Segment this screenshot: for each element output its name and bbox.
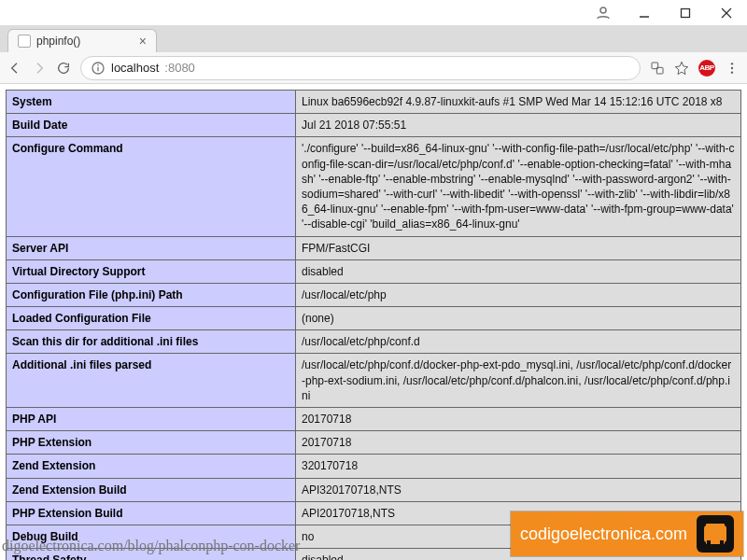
svg-point-10 — [731, 63, 733, 64]
row-key: Additional .ini files parsed — [7, 354, 296, 408]
table-row: Loaded Configuration File(none) — [7, 307, 741, 330]
favicon-icon — [18, 35, 31, 48]
table-row: Server APIFPM/FastCGI — [7, 236, 741, 259]
row-key: Zend Extension — [7, 455, 296, 478]
forward-button — [32, 61, 47, 76]
row-value: /usr/local/etc/php/conf.d/docker-php-ext… — [296, 354, 741, 408]
brand-logo-icon — [697, 515, 734, 553]
row-key: System — [7, 91, 296, 114]
row-value: 20170718 — [296, 431, 741, 455]
row-value: Linux ba6596ecb92f 4.9.87-linuxkit-aufs … — [296, 91, 741, 114]
row-value: /usr/local/etc/php — [296, 283, 741, 306]
site-info-icon[interactable] — [91, 61, 106, 76]
brand-banner: codigoelectronica.com — [511, 511, 743, 556]
table-row: Build DateJul 21 2018 07:55:51 — [7, 114, 741, 137]
table-row: Additional .ini files parsed/usr/local/e… — [7, 354, 741, 408]
svg-point-7 — [97, 63, 99, 65]
row-value: 20170718 — [296, 408, 741, 431]
svg-point-12 — [731, 71, 733, 73]
url-port: :8080 — [164, 61, 195, 75]
close-button[interactable] — [706, 0, 747, 26]
close-tab-icon[interactable]: × — [139, 34, 147, 49]
row-key: Virtual Directory Support — [7, 259, 296, 283]
url-field[interactable]: localhost:8080 — [80, 56, 641, 80]
row-key: PHP Extension Build — [7, 501, 296, 525]
brand-label: codigoelectronica.com — [520, 525, 687, 544]
page-viewport: SystemLinux ba6596ecb92f 4.9.87-linuxkit… — [0, 84, 747, 560]
row-value: './configure' '--build=x86_64-linux-gnu'… — [296, 137, 741, 236]
row-value: (none) — [296, 307, 741, 330]
user-icon[interactable] — [583, 5, 624, 21]
row-value: FPM/FastCGI — [296, 236, 741, 259]
back-button[interactable] — [7, 61, 22, 76]
row-key: Scan this dir for additional .ini files — [7, 330, 296, 354]
svg-rect-2 — [682, 8, 690, 17]
adblock-icon[interactable]: ABP — [698, 60, 715, 77]
svg-point-0 — [600, 7, 606, 13]
url-host: localhost — [111, 61, 159, 75]
row-value: 320170718 — [296, 455, 741, 478]
watermark-text: digoelectronica.com/blog/phalconphp-con-… — [2, 538, 300, 554]
row-key: Zend Extension Build — [7, 478, 296, 501]
table-row: SystemLinux ba6596ecb92f 4.9.87-linuxkit… — [7, 91, 741, 114]
minimize-button[interactable] — [624, 0, 665, 26]
row-key: PHP API — [7, 408, 296, 431]
row-value: Jul 21 2018 07:55:51 — [296, 114, 741, 137]
table-row: Zend Extension320170718 — [7, 455, 741, 478]
svg-point-11 — [731, 66, 733, 68]
table-row: Virtual Directory Supportdisabled — [7, 259, 741, 283]
bookmark-icon[interactable] — [674, 61, 689, 76]
row-value: disabled — [296, 259, 741, 283]
table-row: PHP API20170718 — [7, 408, 741, 431]
row-key: PHP Extension — [7, 431, 296, 455]
row-value: API320170718,NTS — [296, 478, 741, 501]
table-row: Zend Extension BuildAPI320170718,NTS — [7, 478, 741, 501]
row-key: Configuration File (php.ini) Path — [7, 283, 296, 306]
row-key: Loaded Configuration File — [7, 307, 296, 330]
tab-phpinfo[interactable]: phpinfo() × — [7, 29, 157, 52]
address-bar: localhost:8080 ABP — [0, 52, 747, 84]
table-row: Configuration File (php.ini) Path/usr/lo… — [7, 283, 741, 306]
row-key: Build Date — [7, 114, 296, 137]
phpinfo-table: SystemLinux ba6596ecb92f 4.9.87-linuxkit… — [6, 90, 741, 560]
row-value: /usr/local/etc/php/conf.d — [296, 330, 741, 354]
reload-button[interactable] — [56, 61, 71, 76]
tab-title: phpinfo() — [36, 35, 80, 48]
row-key: Configure Command — [7, 137, 296, 236]
row-key: Server API — [7, 236, 296, 259]
maximize-button[interactable] — [665, 0, 706, 26]
tab-strip: phpinfo() × — [0, 26, 747, 52]
translate-icon[interactable] — [650, 61, 665, 76]
table-row: PHP Extension20170718 — [7, 431, 741, 455]
window-titlebar — [0, 0, 747, 26]
table-row: Configure Command'./configure' '--build=… — [7, 137, 741, 236]
menu-icon[interactable] — [725, 61, 740, 76]
table-row: Scan this dir for additional .ini files/… — [7, 330, 741, 354]
